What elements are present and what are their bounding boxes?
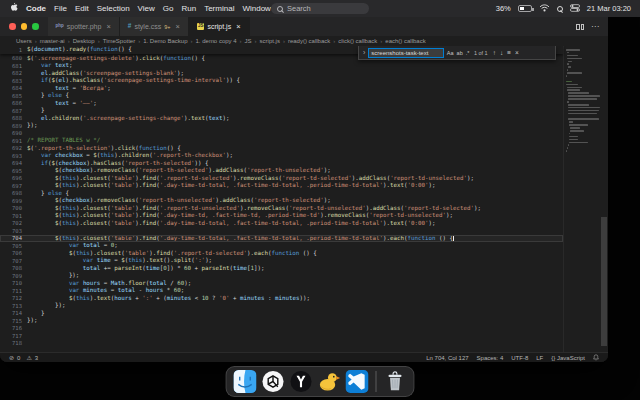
close-tab-icon[interactable]: × (176, 22, 180, 31)
spotlight-icon[interactable] (557, 6, 563, 12)
code-editor[interactable]: › Aa ab .* 1 of 1 ↑ ↓ ≡ × 1 $(document).… (0, 46, 608, 352)
breadcrumb-item[interactable]: ready() callback (288, 38, 330, 44)
dock-finder-icon[interactable] (234, 370, 257, 393)
code-line[interactable]: 704 $(this).closest('table').find('.day-… (0, 235, 563, 243)
code-line[interactable]: 708 total += parseInt(time[0]) * 60 + pa… (0, 265, 563, 273)
code-line[interactable]: 710 var hours = Math.floor(total / 60); (0, 280, 563, 288)
breadcrumb-item[interactable]: Users (16, 38, 32, 44)
app-menu[interactable]: Code (26, 4, 46, 13)
breadcrumb-item[interactable]: TimeSpotter (103, 38, 135, 44)
code-line[interactable]: 690 (0, 130, 563, 138)
code-line[interactable]: 714 } (0, 310, 563, 318)
menubar-search[interactable]: Search (271, 3, 369, 14)
previous-match-icon[interactable]: ↑ (492, 49, 497, 56)
find-in-selection-icon[interactable]: ≡ (506, 49, 512, 56)
code-line[interactable]: 688 el.children('.screenpage-settings-ch… (0, 115, 563, 123)
toggle-replace-icon[interactable]: › (362, 49, 366, 56)
breadcrumb-item[interactable]: master-ai (40, 38, 65, 44)
code-line[interactable]: 684 text = 'Всегда'; (0, 85, 563, 93)
code-line[interactable]: 696 $(this).closest('table').find('.repo… (0, 175, 563, 183)
code-line[interactable]: 699 $(checkbox).removeClass('report-th-u… (0, 197, 563, 205)
breadcrumb-item[interactable]: 1. demo copy 4 (196, 38, 237, 44)
code-line[interactable]: 716 (0, 325, 563, 333)
dock-chatgpt-icon[interactable] (262, 370, 285, 393)
dock-vscode-icon[interactable] (346, 370, 369, 393)
code-line[interactable]: 693 var checkbox = $(this).children('.re… (0, 152, 563, 160)
code-line[interactable]: 712 $(this).text(hours + ':' + (minutes … (0, 295, 563, 303)
menu-selection[interactable]: Selection (97, 4, 130, 13)
warning-icon[interactable]: ⚠ (26, 354, 31, 361)
breadcrumb-item[interactable]: 1. Demo Backup (143, 38, 187, 44)
dock-cyberduck-icon[interactable] (318, 370, 341, 393)
split-editor-icon[interactable] (576, 24, 584, 30)
find-input[interactable] (368, 48, 444, 58)
tab-style.css[interactable]: #style.css9+× (120, 17, 189, 36)
warning-count[interactable]: 3 (35, 355, 38, 361)
dock-y-app-icon[interactable] (290, 370, 313, 393)
code-line[interactable]: 709 }); (0, 272, 563, 280)
dock-trash-icon[interactable] (384, 370, 407, 393)
control-center-icon[interactable] (570, 4, 580, 14)
indentation[interactable]: Spaces: 4 (477, 355, 504, 361)
tab-script.js[interactable]: JSscript.js× (189, 17, 250, 36)
menu-view[interactable]: View (138, 4, 155, 13)
close-tab-icon[interactable]: × (236, 22, 240, 31)
whole-word-icon[interactable]: ab (456, 50, 463, 56)
code-line[interactable]: 691/* REPORT TABLES w */ (0, 137, 563, 145)
language-mode[interactable]: {} JavaScript (551, 355, 585, 361)
code-line[interactable]: 686 text = '——'; (0, 100, 563, 108)
code-line[interactable]: 697 $(this).closest('table').find('.day-… (0, 182, 563, 190)
code-line[interactable]: 707 var time = $(this).text().split(':')… (0, 257, 563, 265)
code-line[interactable]: 698 } else { (0, 190, 563, 198)
encoding[interactable]: UTF-8 (511, 355, 528, 361)
code-line[interactable]: 706 $(this).closest('table').find('.repo… (0, 250, 563, 258)
code-line[interactable]: 692$('.report-th-selection').click(funct… (0, 145, 563, 153)
menu-go[interactable]: Go (163, 4, 174, 13)
code-line[interactable]: 695 $(checkbox).removeClass('report-th-s… (0, 167, 563, 175)
close-find-icon[interactable]: × (514, 49, 520, 56)
code-line[interactable]: 689}); (0, 122, 563, 130)
code-line[interactable]: 705 var total = 0; (0, 242, 563, 250)
breadcrumb-item[interactable]: click() callback (338, 38, 377, 44)
tab-spotter.php[interactable]: phpspotter.php× (48, 17, 120, 36)
scrollbar-thumb[interactable] (601, 217, 607, 346)
minimap[interactable] (563, 46, 600, 352)
error-icon[interactable]: ⊘ (9, 354, 14, 361)
code-line[interactable]: 682 el.addClass('screenpage-settings-bla… (0, 70, 563, 78)
apple-menu-icon[interactable] (9, 2, 18, 15)
code-line[interactable]: 718 (0, 340, 563, 348)
code-line[interactable]: 700 $(this).closest('table').find('.repo… (0, 205, 563, 213)
code-line[interactable]: 715}); (0, 317, 563, 325)
code-line[interactable]: 713 }); (0, 302, 563, 310)
menu-file[interactable]: File (54, 4, 67, 13)
cursor-position[interactable]: Ln 704, Col 127 (426, 355, 468, 361)
menu-window[interactable]: Window (242, 4, 270, 13)
code-line[interactable]: 702 $(this).closest('table').find('.day-… (0, 220, 563, 228)
code-line[interactable]: 694 if($(checkbox).hasClass('report-th-s… (0, 160, 563, 168)
menu-terminal[interactable]: Terminal (204, 4, 234, 13)
breadcrumb-item[interactable]: script.js (260, 38, 280, 44)
breadcrumb-item[interactable]: Desktop (73, 38, 95, 44)
code-line[interactable]: 683 if($(el).hasClass('screenpage-settin… (0, 77, 563, 85)
regex-icon[interactable]: .* (465, 50, 470, 56)
error-count[interactable]: 0 (17, 355, 20, 361)
wifi-icon[interactable] (539, 4, 550, 14)
breadcrumb-item[interactable]: each() callback (385, 38, 425, 44)
menu-edit[interactable]: Edit (75, 4, 89, 13)
menubar-clock[interactable]: 21 Mar 03:20 (587, 4, 631, 13)
code-line[interactable]: 717 (0, 332, 563, 340)
code-line[interactable]: 681 var text; (0, 62, 563, 70)
menu-run[interactable]: Run (181, 4, 196, 13)
code-line[interactable]: 711 var minutes = total - hours * 60; (0, 287, 563, 295)
next-match-icon[interactable]: ↓ (499, 49, 504, 56)
close-window-button[interactable] (9, 23, 16, 30)
match-case-icon[interactable]: Aa (446, 50, 454, 56)
minimize-window-button[interactable] (21, 23, 28, 30)
breadcrumb-item[interactable]: JS (245, 38, 252, 44)
notifications-icon[interactable] (593, 354, 599, 362)
close-tab-icon[interactable]: × (106, 22, 110, 31)
more-actions-icon[interactable]: ⋯ (591, 22, 599, 31)
code-line[interactable]: 701 $(this).closest('table').find('.day-… (0, 212, 563, 220)
code-line[interactable]: 703 (0, 227, 563, 235)
editor-scrollbar[interactable] (600, 46, 608, 352)
